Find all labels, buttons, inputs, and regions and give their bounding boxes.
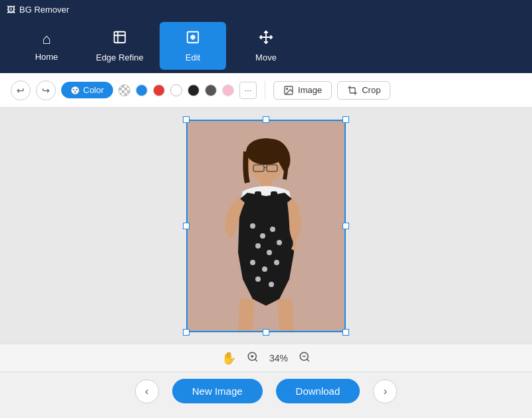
more-colors-button[interactable]: ···	[239, 82, 257, 99]
image-background	[186, 120, 346, 332]
person-figure	[186, 120, 346, 332]
crop-handle-mr[interactable]	[342, 223, 349, 229]
nav-edit-label: Edit	[186, 52, 200, 62]
color-swatch-red[interactable]	[153, 84, 165, 96]
crop-icon	[347, 85, 358, 96]
svg-point-24	[255, 276, 261, 282]
more-icon: ···	[245, 85, 252, 95]
color-button[interactable]: Color	[61, 82, 113, 98]
svg-point-22	[262, 266, 267, 272]
svg-point-23	[274, 260, 279, 265]
edit-icon	[186, 30, 200, 49]
color-swatch-dark[interactable]	[205, 84, 217, 96]
image-icon	[283, 85, 294, 96]
undo-button[interactable]: ↩	[11, 80, 31, 100]
svg-point-6	[74, 91, 76, 92]
zoom-in-button[interactable]	[247, 351, 259, 366]
hand-tool-button[interactable]: ✋	[221, 351, 236, 366]
redo-button[interactable]: ↪	[36, 80, 56, 100]
svg-rect-26	[255, 191, 261, 215]
toolbar-divider	[265, 81, 265, 100]
toolbar: ↩ ↪ Color ··· Image Crop	[0, 73, 532, 108]
new-image-button[interactable]: New Image	[172, 379, 263, 403]
crop-handle-ml[interactable]	[183, 223, 190, 229]
crop-handle-br[interactable]	[342, 329, 349, 336]
crop-label: Crop	[362, 85, 380, 95]
color-swatch-pink[interactable]	[222, 84, 234, 96]
svg-point-18	[255, 243, 261, 249]
crop-button[interactable]: Crop	[337, 81, 390, 100]
color-swatch-black[interactable]	[188, 84, 200, 96]
download-button[interactable]: Download	[276, 379, 360, 403]
nav-home[interactable]: ⌂ Home	[13, 22, 80, 70]
svg-point-8	[287, 88, 288, 89]
svg-point-4	[73, 88, 74, 90]
undo-icon: ↩	[17, 85, 25, 96]
next-button[interactable]: ›	[373, 379, 397, 403]
svg-point-3	[71, 86, 79, 94]
crop-handle-bl[interactable]	[183, 329, 190, 336]
image-button[interactable]: Image	[273, 81, 332, 100]
svg-point-25	[269, 282, 274, 287]
zoom-level: 34%	[269, 353, 288, 364]
crop-handle-tl[interactable]	[183, 116, 190, 123]
nav-bar: ⌂ Home Edge Refine Edit Move	[0, 19, 532, 73]
bottom-bar: ‹ New Image Download ›	[0, 371, 532, 410]
svg-point-17	[270, 227, 275, 232]
svg-point-16	[260, 233, 265, 239]
svg-point-15	[250, 223, 255, 229]
nav-home-label: Home	[35, 52, 59, 62]
zoom-out-button[interactable]	[299, 351, 311, 366]
move-icon	[259, 30, 273, 49]
palette-icon	[70, 86, 80, 95]
crop-handle-tc[interactable]	[263, 116, 269, 123]
image-label: Image	[298, 85, 322, 95]
nav-edge-refine[interactable]: Edge Refine	[86, 22, 153, 70]
color-swatch-blue[interactable]	[136, 84, 148, 96]
svg-rect-27	[271, 191, 277, 215]
color-label: Color	[83, 85, 104, 95]
nav-move[interactable]: Move	[233, 22, 299, 70]
new-image-label: New Image	[192, 385, 243, 397]
app-icon: 🖼	[7, 5, 15, 15]
svg-point-20	[277, 240, 282, 245]
nav-edit[interactable]: Edit	[160, 22, 226, 70]
svg-point-21	[250, 260, 255, 265]
download-label: Download	[296, 385, 340, 397]
title-bar: 🖼 BG Remover	[0, 0, 532, 19]
home-icon: ⌂	[42, 31, 51, 48]
svg-point-19	[267, 250, 272, 255]
edge-refine-icon	[112, 30, 127, 49]
color-swatch-white[interactable]	[170, 84, 182, 96]
prev-icon: ‹	[145, 385, 148, 397]
app-title: BG Remover	[19, 5, 69, 15]
color-swatch-transparent[interactable]	[118, 84, 130, 96]
crop-handle-tr[interactable]	[342, 116, 349, 123]
next-icon: ›	[384, 385, 387, 397]
crop-handle-bc[interactable]	[263, 329, 269, 336]
image-container[interactable]	[186, 120, 346, 332]
canvas-area	[0, 108, 532, 344]
zoom-bar: ✋ 34%	[0, 344, 532, 371]
nav-edge-refine-label: Edge Refine	[96, 52, 144, 62]
redo-icon: ↪	[42, 85, 50, 96]
nav-move-label: Move	[255, 52, 277, 62]
svg-rect-0	[114, 31, 126, 43]
prev-button[interactable]: ‹	[135, 379, 159, 403]
svg-point-5	[76, 88, 77, 90]
